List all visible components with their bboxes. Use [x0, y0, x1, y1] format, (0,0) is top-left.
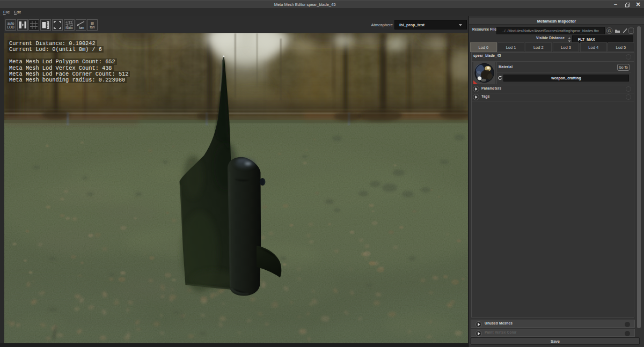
svg-text:tan: tan [79, 26, 84, 29]
svg-text:G: G [608, 28, 611, 33]
svg-text:..: .. [630, 29, 632, 33]
svg-text:norm: norm [65, 26, 73, 29]
